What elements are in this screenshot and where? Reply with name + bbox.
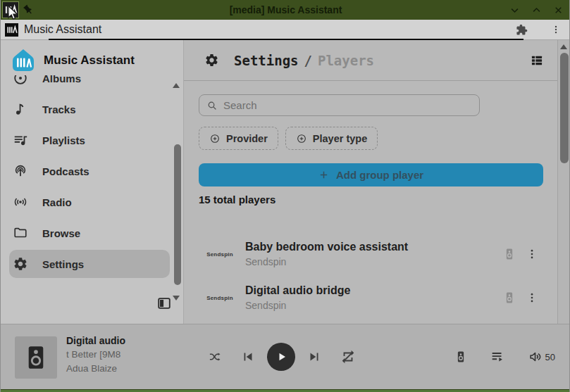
view-list-icon[interactable] bbox=[530, 53, 544, 68]
player-meta: Digital audio bridge Sendspin bbox=[245, 284, 503, 311]
sidebar-header: Music Assistant bbox=[11, 44, 135, 77]
collapse-sidebar-icon[interactable] bbox=[156, 296, 172, 311]
sidebar-item-label: Playlists bbox=[42, 134, 85, 146]
player-bar-right-controls: 50 bbox=[454, 324, 555, 389]
sidebar-item-label: Albums bbox=[42, 75, 81, 84]
sidebar-item-podcasts[interactable]: Podcasts bbox=[9, 157, 170, 185]
sidebar-item-albums[interactable]: Albums bbox=[9, 75, 170, 92]
podcast-icon bbox=[13, 163, 28, 179]
app-name: Music Assistant bbox=[24, 23, 101, 36]
settings-gear-icon bbox=[204, 53, 219, 68]
player-name: Baby bedroom voice assistant bbox=[245, 241, 503, 253]
shuffle-icon[interactable] bbox=[208, 350, 222, 364]
album-art[interactable] bbox=[15, 336, 57, 379]
filter-chips: Provider Player type bbox=[199, 127, 543, 150]
now-playing-track: t Better [9M8 bbox=[66, 348, 200, 362]
breadcrumb-separator: / bbox=[299, 53, 318, 68]
player-brand-logo: Sendspin bbox=[199, 251, 241, 258]
gear-icon bbox=[13, 256, 28, 272]
players-page: Provider Player type Add group player bbox=[184, 81, 557, 324]
sidebar-item-label: Tracks bbox=[42, 103, 76, 115]
music-assistant-logo bbox=[11, 48, 36, 73]
plus-circle-icon bbox=[209, 133, 221, 144]
volume-level: 50 bbox=[545, 352, 555, 362]
sidebar-app-title: Music Assistant bbox=[44, 53, 135, 68]
mouse-cursor-icon bbox=[5, 4, 22, 21]
search-input[interactable] bbox=[223, 99, 472, 111]
minimize-button[interactable] bbox=[509, 5, 520, 15]
app-area: Music Assistant Albums Tracks bbox=[1, 40, 570, 324]
sidebar-item-radio[interactable]: Radio bbox=[9, 188, 170, 216]
content-scrollbar-thumb[interactable] bbox=[560, 53, 569, 163]
sidebar-item-browse[interactable]: Browse bbox=[9, 219, 170, 247]
skip-next-icon[interactable] bbox=[306, 349, 322, 365]
maximize-button[interactable] bbox=[531, 5, 542, 15]
main-content: Settings/Players bbox=[184, 40, 570, 324]
album-disc-icon bbox=[13, 75, 28, 86]
sidebar-scrollbar-thumb[interactable] bbox=[174, 144, 181, 285]
browser-menu-kebab-icon[interactable] bbox=[551, 23, 561, 36]
toolbar-underline bbox=[49, 39, 523, 40]
browser-toolbar: Music Assistant bbox=[1, 20, 570, 40]
filter-provider-label: Provider bbox=[226, 133, 268, 144]
close-button[interactable] bbox=[553, 5, 564, 15]
breadcrumb-settings[interactable]: Settings bbox=[234, 53, 299, 68]
add-group-player-button[interactable]: Add group player bbox=[199, 163, 543, 186]
add-group-player-label: Add group player bbox=[336, 169, 423, 181]
plus-icon bbox=[318, 170, 329, 180]
sidebar-nav: Albums Tracks Playlists bbox=[9, 75, 170, 293]
skip-previous-icon[interactable] bbox=[240, 349, 256, 365]
window-controls bbox=[509, 0, 564, 20]
play-queue-icon[interactable] bbox=[490, 349, 505, 365]
window-bottom-border bbox=[1, 389, 570, 392]
search-icon bbox=[206, 100, 218, 111]
sidebar-scroll-up-arrow[interactable] bbox=[173, 83, 180, 88]
play-icon bbox=[273, 348, 290, 365]
player-list: Sendspin Baby bedroom voice assistant Se… bbox=[199, 232, 543, 320]
sidebar-item-tracks[interactable]: Tracks bbox=[9, 95, 170, 123]
filter-player-type-chip[interactable]: Player type bbox=[285, 127, 378, 150]
window-titlebar: [media] Music Assistant bbox=[1, 0, 570, 20]
app-logo-icon bbox=[5, 23, 18, 37]
player-bar: Digital audio t Better [9M8 Adua Blaize bbox=[1, 324, 570, 389]
music-note-icon bbox=[13, 101, 28, 117]
player-row[interactable]: Sendspin Baby bedroom voice assistant Se… bbox=[199, 232, 543, 276]
plus-circle-icon bbox=[296, 133, 307, 144]
player-menu-kebab-icon[interactable] bbox=[526, 290, 538, 305]
player-provider: Sendspin bbox=[245, 256, 503, 267]
queue-music-icon bbox=[13, 132, 28, 148]
repeat-off-icon[interactable] bbox=[340, 349, 356, 365]
active-speaker-icon[interactable] bbox=[454, 349, 467, 365]
breadcrumb-players: Players bbox=[318, 53, 374, 68]
content-scrollbar[interactable] bbox=[557, 40, 570, 324]
play-button[interactable] bbox=[267, 343, 295, 371]
player-menu-kebab-icon[interactable] bbox=[526, 246, 538, 262]
now-playing-title: Digital audio bbox=[66, 334, 200, 348]
content-scroll-up-arrow[interactable] bbox=[560, 44, 567, 49]
search-box bbox=[199, 94, 480, 116]
player-brand-logo: Sendspin bbox=[199, 295, 241, 301]
now-playing-info[interactable]: Digital audio t Better [9M8 Adua Blaize bbox=[66, 334, 200, 376]
filter-provider-chip[interactable]: Provider bbox=[199, 127, 278, 150]
player-row[interactable]: Sendspin Digital audio bridge Sendspin bbox=[199, 276, 543, 320]
now-playing-artist: Adua Blaize bbox=[66, 362, 200, 376]
sidebar-item-settings[interactable]: Settings bbox=[9, 250, 170, 278]
sidebar: Music Assistant Albums Tracks bbox=[1, 40, 184, 324]
player-name: Digital audio bridge bbox=[245, 284, 503, 297]
window-title: [media] Music Assistant bbox=[1, 0, 570, 20]
sidebar-item-playlists[interactable]: Playlists bbox=[9, 126, 170, 154]
sidebar-item-label: Settings bbox=[42, 258, 84, 270]
breadcrumb: Settings/Players bbox=[234, 53, 374, 68]
app-window: [media] Music Assistant bbox=[0, 0, 570, 392]
sidebar-item-label: Browse bbox=[42, 227, 80, 239]
transport-controls bbox=[208, 324, 356, 389]
folder-icon bbox=[13, 225, 28, 241]
player-meta: Baby bedroom voice assistant Sendspin bbox=[245, 241, 503, 267]
puzzle-extension-icon[interactable] bbox=[516, 24, 528, 36]
speaker-icon bbox=[503, 246, 516, 262]
content-header: Settings/Players bbox=[184, 40, 557, 81]
sidebar-scroll-down-arrow[interactable] bbox=[173, 296, 180, 301]
volume-control[interactable]: 50 bbox=[528, 349, 555, 365]
sidebar-item-label: Podcasts bbox=[42, 165, 89, 177]
volume-icon bbox=[528, 349, 543, 365]
